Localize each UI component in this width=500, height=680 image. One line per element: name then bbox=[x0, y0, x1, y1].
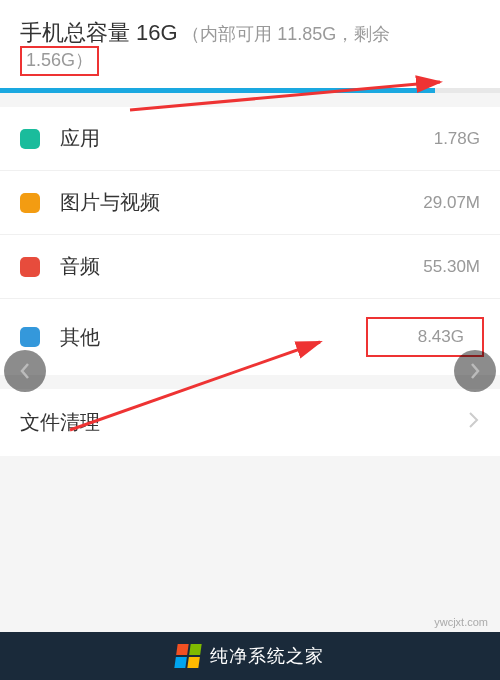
category-label: 图片与视频 bbox=[60, 189, 423, 216]
category-label: 其他 bbox=[60, 324, 366, 351]
category-label: 音频 bbox=[60, 253, 423, 280]
list-item[interactable]: 应用 1.78G bbox=[0, 107, 500, 171]
category-value: 1.78G bbox=[434, 129, 480, 149]
remaining-value: 1.56G） bbox=[26, 50, 93, 70]
progress-fill bbox=[0, 88, 435, 93]
list-item[interactable]: 音频 55.30M bbox=[0, 235, 500, 299]
capacity-detail: （内部可用 11.85G，剩余 bbox=[182, 24, 390, 44]
carousel-prev-button[interactable] bbox=[4, 350, 46, 392]
category-value: 8.43G bbox=[418, 327, 464, 346]
category-label: 应用 bbox=[60, 125, 434, 152]
file-clean-row[interactable]: 文件清理 bbox=[0, 389, 500, 456]
brand-logo-icon bbox=[174, 644, 201, 668]
list-item[interactable]: 图片与视频 29.07M bbox=[0, 171, 500, 235]
category-color-icon bbox=[20, 327, 40, 347]
category-color-icon bbox=[20, 257, 40, 277]
storage-category-list: 应用 1.78G 图片与视频 29.07M 音频 55.30M 其他 8.43G bbox=[0, 107, 500, 375]
total-capacity: 手机总容量 16G bbox=[20, 20, 178, 45]
file-clean-label: 文件清理 bbox=[20, 409, 468, 436]
category-value: 55.30M bbox=[423, 257, 480, 277]
storage-progress-bar bbox=[0, 88, 500, 93]
category-value: 29.07M bbox=[423, 193, 480, 213]
category-color-icon bbox=[20, 129, 40, 149]
file-clean-section: 文件清理 bbox=[0, 389, 500, 456]
category-color-icon bbox=[20, 193, 40, 213]
chevron-right-icon bbox=[468, 411, 480, 434]
brand-name: 纯净系统之家 bbox=[210, 644, 324, 668]
storage-header: 手机总容量 16G （内部可用 11.85G，剩余 1.56G） bbox=[0, 0, 500, 88]
remaining-highlight: 1.56G） bbox=[20, 46, 99, 76]
list-item[interactable]: 其他 8.43G bbox=[0, 299, 500, 375]
watermark-text: ywcjxt.com bbox=[434, 616, 488, 628]
footer-bar: 纯净系统之家 bbox=[0, 632, 500, 680]
carousel-next-button[interactable] bbox=[454, 350, 496, 392]
